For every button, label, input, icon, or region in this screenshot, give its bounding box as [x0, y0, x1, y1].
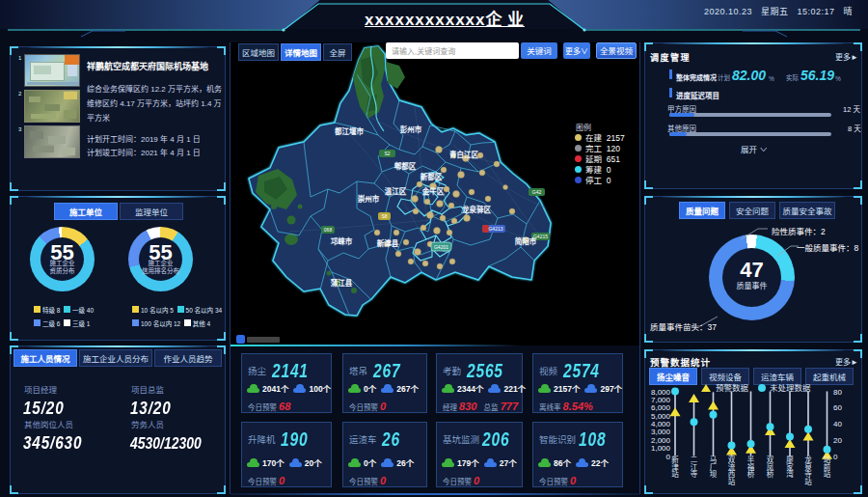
svg-text:新津站: 新津站 — [671, 454, 679, 479]
svg-text:郫都区: 郫都区 — [394, 160, 417, 171]
svg-text:邛崃市: 邛崃市 — [331, 235, 353, 246]
svg-text:未处理数据: 未处理数据 — [770, 382, 811, 393]
svg-text:S8: S8 — [381, 212, 387, 219]
svg-text:崇州市: 崇州市 — [358, 193, 380, 204]
svg-text:0: 0 — [666, 451, 671, 461]
svg-text:半福桥: 半福桥 — [747, 454, 755, 479]
svg-text:068: 068 — [324, 226, 333, 233]
svg-text:G4213: G4213 — [488, 225, 502, 232]
svg-text:站前站: 站前站 — [824, 454, 831, 479]
svg-text:都江堰市: 都江堰市 — [334, 125, 364, 136]
svg-text:80: 80 — [833, 386, 842, 397]
svg-text:S2: S2 — [384, 150, 390, 156]
svg-text:马厂坝: 马厂坝 — [710, 454, 718, 479]
svg-text:新津县: 新津县 — [377, 237, 399, 248]
svg-text:0: 0 — [833, 451, 838, 461]
svg-text:金牛区: 金牛区 — [421, 185, 445, 196]
svg-text:双凤桥: 双凤桥 — [767, 454, 774, 479]
svg-text:彭州市: 彭州市 — [400, 124, 422, 134]
svg-text:二江寺: 二江寺 — [691, 454, 698, 479]
svg-text:20: 20 — [833, 434, 842, 445]
svg-text:G4201: G4201 — [434, 243, 448, 250]
svg-text:廖家湾: 廖家湾 — [786, 454, 794, 479]
svg-text:简阳市: 简阳市 — [515, 235, 537, 246]
svg-text:G42: G42 — [532, 188, 542, 195]
svg-text:龙泉驿区: 龙泉驿区 — [462, 204, 491, 214]
svg-text:40: 40 — [833, 418, 842, 428]
svg-text:青白江区: 青白江区 — [449, 149, 478, 159]
svg-text:新都区: 新都区 — [420, 171, 443, 181]
svg-text:龙泉寺站: 龙泉寺站 — [804, 454, 812, 486]
svg-text:蒲江县: 蒲江县 — [331, 277, 353, 288]
svg-text:双流西站: 双流西站 — [728, 454, 736, 486]
svg-text:60: 60 — [833, 401, 842, 412]
svg-text:预警数据: 预警数据 — [716, 382, 749, 393]
svg-text:温江区: 温江区 — [385, 185, 407, 196]
